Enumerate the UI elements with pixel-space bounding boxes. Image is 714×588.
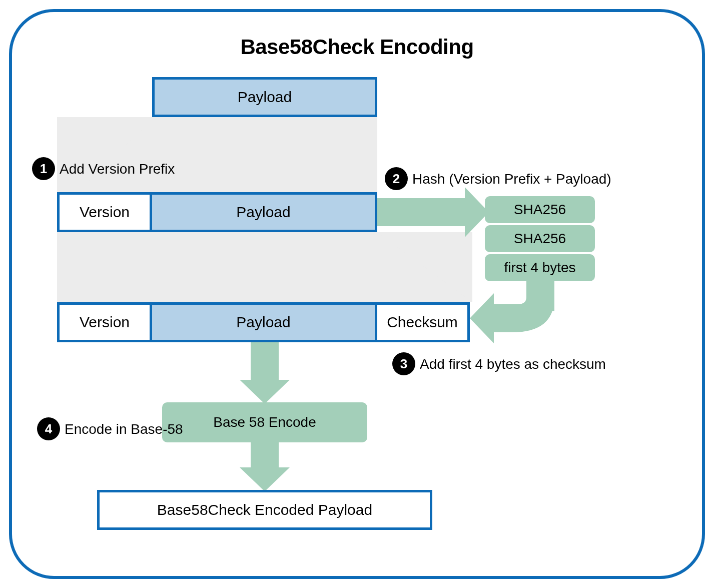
arrow-to-hash-shaft	[377, 198, 470, 226]
step-1-badge: 1	[32, 157, 55, 180]
step-4-number: 4	[45, 421, 52, 437]
svg-marker-1	[57, 232, 472, 302]
step-4-label: Encode in Base-58	[65, 421, 183, 437]
payload-box-1: Payload	[150, 192, 377, 232]
version-box-2: Version	[57, 302, 152, 342]
arrow-checksum-bend	[492, 297, 557, 342]
hash-sha256-2: SHA256	[485, 225, 595, 252]
payload-label-2: Payload	[236, 314, 290, 331]
version-label-2: Version	[80, 314, 130, 331]
step-2-badge: 2	[385, 167, 408, 190]
diagram-frame: Base58Check Encoding Payload 1 Add Versi…	[9, 9, 705, 579]
payload-box-2: Payload	[150, 302, 377, 342]
version-label-1: Version	[80, 204, 130, 221]
payload-label-1: Payload	[236, 204, 290, 221]
step-3-badge: 3	[392, 352, 415, 375]
arrow-to-result-head	[240, 467, 290, 491]
checksum-box: Checksum	[375, 302, 470, 342]
flow-funnel-2	[57, 232, 472, 302]
arrow-to-result-shaft	[251, 442, 279, 470]
result-label: Base58Check Encoded Payload	[157, 501, 372, 518]
hash-first4bytes: first 4 bytes	[485, 254, 595, 281]
step-1-label: Add Version Prefix	[60, 161, 175, 177]
base58-encode-label: Base 58 Encode	[213, 414, 316, 430]
step-3-number: 3	[400, 356, 407, 372]
hash-first4bytes-label: first 4 bytes	[504, 260, 575, 276]
hash-sha256-2-label: SHA256	[514, 231, 566, 247]
arrow-to-encode-shaft	[251, 342, 279, 382]
checksum-label: Checksum	[387, 314, 458, 331]
base58-encode-box: Base 58 Encode	[162, 402, 367, 442]
step-2-number: 2	[393, 171, 400, 187]
payload-label-0: Payload	[238, 89, 292, 106]
step-3-label: Add first 4 bytes as checksum	[420, 356, 606, 372]
hash-sha256-1-label: SHA256	[514, 202, 566, 218]
hash-sha256-1: SHA256	[485, 196, 595, 223]
payload-box-top: Payload	[152, 77, 377, 117]
step-1-number: 1	[40, 161, 47, 177]
step-2-label: Hash (Version Prefix + Payload)	[412, 171, 611, 187]
result-box: Base58Check Encoded Payload	[97, 490, 432, 530]
version-box-1: Version	[57, 192, 152, 232]
arrow-to-encode-head	[240, 380, 290, 404]
step-4-badge: 4	[37, 417, 60, 440]
diagram-title: Base58Check Encoding	[12, 35, 702, 59]
arrow-checksum-head	[470, 293, 494, 343]
